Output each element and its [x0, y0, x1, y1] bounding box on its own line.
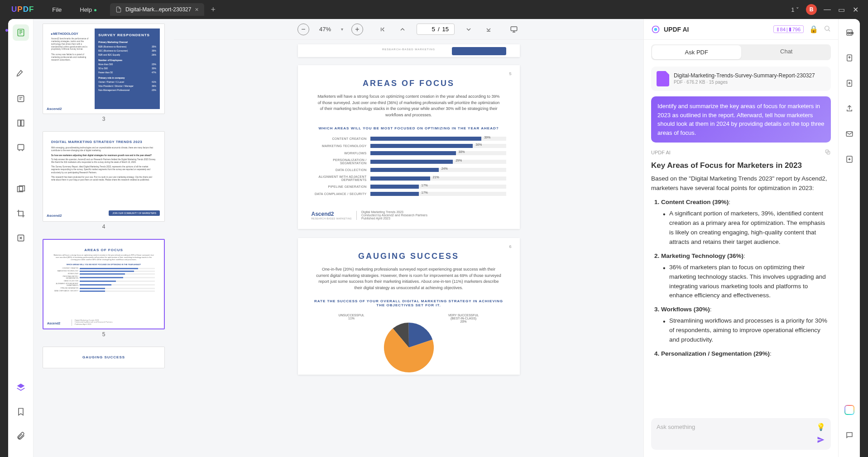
- pie-chart: [370, 320, 447, 375]
- response-title: Key Areas of Focus for Marketers in 2023: [651, 160, 831, 171]
- ai-credits: ▮84 | ▮796: [773, 25, 804, 33]
- zoom-in-button[interactable]: +: [351, 24, 363, 35]
- fill-sign-button[interactable]: [13, 139, 29, 156]
- next-page-button[interactable]: [463, 24, 475, 35]
- ai-response: Key Areas of Focus for Marketers in 2023…: [644, 160, 838, 414]
- thumbnail-panel: ▸METHODOLOGY Ascend2 benchmarks the perf…: [34, 19, 174, 457]
- first-page-button[interactable]: [377, 24, 388, 35]
- close-window-icon[interactable]: ✕: [852, 5, 859, 14]
- response-intro: Based on the "Digital Marketing Trends 2…: [651, 174, 831, 193]
- crop-button[interactable]: [13, 205, 29, 222]
- save-button[interactable]: [841, 151, 858, 167]
- prev-page-button-graphic: [452, 47, 506, 55]
- page-intro: Marketers will have a strong focus on op…: [312, 94, 506, 126]
- page-footer: Ascend2RESEARCH-BASED MARKETING Digital …: [312, 207, 506, 220]
- thumbnail-5[interactable]: AREAS OF FOCUS Marketers will have a str…: [43, 239, 165, 343]
- layers-button[interactable]: [13, 379, 29, 395]
- bookmark-button[interactable]: [13, 404, 29, 420]
- toolbar: − 47% ▾ + / 15: [174, 19, 643, 40]
- edit-text-button[interactable]: [13, 90, 29, 107]
- svg-rect-8: [511, 27, 517, 31]
- zoom-dropdown[interactable]: ▾: [341, 27, 343, 32]
- prev-page-button[interactable]: [397, 24, 408, 35]
- svg-point-10: [654, 28, 657, 31]
- ai-toggle-button[interactable]: [841, 402, 858, 418]
- titlebar: UPDF File Help Digital-Mark...eport-2303…: [0, 0, 868, 19]
- tools-button[interactable]: [13, 230, 29, 246]
- svg-point-18: [849, 83, 850, 84]
- page-corner-number: 5: [509, 71, 511, 76]
- share-button[interactable]: [841, 100, 858, 117]
- svg-rect-3: [21, 120, 24, 126]
- pdf-file-icon: [657, 71, 669, 86]
- ai-brand: UPDF AI: [651, 25, 689, 34]
- email-button[interactable]: [841, 126, 858, 142]
- updf-ai-icon: [651, 25, 660, 34]
- tab-chat[interactable]: Chat: [742, 44, 831, 60]
- file-meta: PDF · 676.2 KB · 15 pages: [674, 79, 815, 86]
- page-title: AREAS OF FOCUS: [312, 79, 506, 88]
- page-title: GAUGING SUCCESS: [312, 252, 506, 261]
- comment-button[interactable]: [841, 427, 858, 443]
- page-organize-button[interactable]: [13, 115, 29, 131]
- zoom-out-button[interactable]: −: [297, 24, 309, 35]
- menu-file[interactable]: File: [43, 6, 71, 13]
- tab-ask-pdf[interactable]: Ask PDF: [652, 45, 741, 59]
- protect-button[interactable]: [841, 75, 858, 91]
- highlighter-button[interactable]: [13, 66, 29, 82]
- left-rail: [8, 19, 34, 457]
- thumb-number: 3: [43, 114, 165, 128]
- account-dropdown[interactable]: 1 ˅: [791, 6, 799, 13]
- thumbnail-4[interactable]: DIGITAL MARKETING STRATEGY TRENDS 2023 W…: [43, 131, 165, 235]
- page-6: 6 GAUGING SUCCESS One-in-five (20%) mark…: [298, 238, 520, 375]
- page-sep: /: [438, 26, 440, 33]
- svg-rect-2: [18, 120, 20, 126]
- page-input[interactable]: / 15: [417, 24, 455, 35]
- page-corner-number: 6: [509, 244, 511, 249]
- attachment-button[interactable]: [13, 428, 29, 444]
- thumb-number: 4: [43, 222, 165, 235]
- app-logo: UPDF: [0, 5, 43, 14]
- user-prompt: Identify and summarize the key areas of …: [651, 96, 831, 143]
- ai-input-field[interactable]: [657, 424, 809, 430]
- search-icon[interactable]: [824, 25, 831, 34]
- reader-mode-button[interactable]: [13, 24, 29, 41]
- document-tab[interactable]: Digital-Mark...eport-230327 ×: [110, 3, 204, 16]
- ai-response-label: UPDF AI: [651, 150, 671, 155]
- presentation-button[interactable]: [508, 24, 520, 35]
- last-page-button[interactable]: [483, 24, 494, 35]
- thumb-number: 5: [43, 329, 165, 343]
- chart-title: WHICH AREAS WILL YOU BE MOST FOCUSED ON …: [312, 126, 506, 130]
- send-button[interactable]: [816, 435, 825, 446]
- page-total: 15: [442, 26, 449, 33]
- lightbulb-icon[interactable]: 💡: [816, 423, 825, 431]
- page-intro: One-in-five (20%) marketing professional…: [312, 267, 506, 299]
- svg-rect-17: [847, 80, 852, 86]
- thumbnail-3[interactable]: ▸METHODOLOGY Ascend2 benchmarks the perf…: [43, 24, 165, 128]
- svg-point-11: [825, 26, 829, 30]
- thumbnail-6[interactable]: GAUGING SUCCESS: [43, 347, 165, 368]
- avatar[interactable]: B: [806, 4, 817, 15]
- ocr-button[interactable]: OCR: [841, 24, 858, 41]
- document-area: − 47% ▾ + / 15: [174, 19, 643, 457]
- redact-button[interactable]: [13, 181, 29, 197]
- copy-icon[interactable]: [825, 149, 831, 156]
- bar-chart: CONTENT CREATION39%MARKETING TECHNOLOGY3…: [312, 137, 506, 196]
- maximize-icon[interactable]: ▭: [838, 5, 845, 14]
- ai-panel: UPDF AI ▮84 | ▮796 🔒 Ask PDF Chat Digita…: [643, 19, 838, 457]
- export-button[interactable]: [841, 50, 858, 66]
- menu-help[interactable]: Help: [71, 6, 101, 13]
- ai-input-box: 💡: [651, 418, 831, 450]
- ai-tabs: Ask PDF Chat: [651, 44, 831, 60]
- page-current-field[interactable]: [422, 26, 435, 33]
- chart-title: RATE THE SUCCESS OF YOUR OVERALL DIGITAL…: [312, 299, 506, 307]
- right-rail: OCR: [838, 19, 860, 457]
- lock-icon[interactable]: 🔒: [809, 25, 818, 33]
- svg-rect-4: [18, 144, 24, 150]
- file-icon: [115, 6, 122, 13]
- file-card: Digital-Marketing-Trends-Survey-Summary-…: [651, 67, 831, 91]
- close-icon[interactable]: ×: [195, 6, 198, 13]
- zoom-level: 47%: [317, 26, 333, 33]
- new-tab-button[interactable]: +: [211, 5, 216, 14]
- minimize-icon[interactable]: —: [824, 5, 831, 14]
